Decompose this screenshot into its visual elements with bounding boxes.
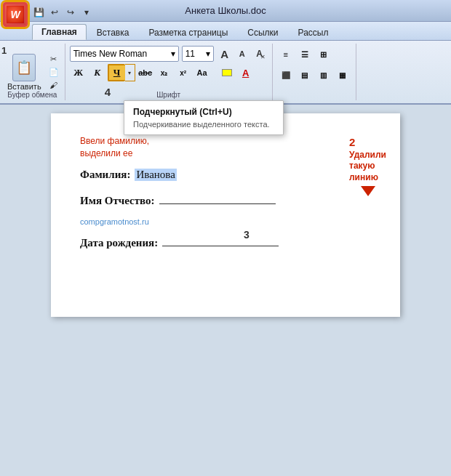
tab-links[interactable]: Ссылки	[238, 25, 287, 40]
font-row2: Ж К Ч ▾ abc x₂ x² Аа A	[70, 64, 268, 81]
font-name-select[interactable]: Times New Roman ▾	[70, 46, 179, 62]
field-dob-line	[162, 233, 279, 246]
shrink-font-button[interactable]: A	[234, 46, 250, 62]
strikethrough-button[interactable]: abc	[137, 64, 154, 81]
font-actions: A A A✕	[217, 46, 268, 62]
tooltip-title: Подчеркнутый (Ctrl+U)	[133, 107, 274, 117]
format-painter-button[interactable]: 🖌	[47, 79, 60, 91]
clipboard-group: 📋 Вставить ✂ 📄 🖌 Буфер обмена	[0, 44, 65, 100]
field-familiya-label: Фамилия:	[80, 169, 130, 181]
save-button[interactable]: 💾	[32, 6, 45, 19]
step4-label: 4	[105, 86, 111, 98]
side-note-line3: линию	[349, 172, 378, 182]
align-right-button[interactable]: ▥	[315, 66, 332, 84]
quick-access-dropdown[interactable]: ▾	[80, 6, 93, 19]
font-label: Шрифт	[65, 91, 272, 99]
multilevel-button[interactable]: ⊞	[315, 46, 332, 63]
field-imya-row: Имя Отчество:	[80, 191, 371, 207]
intro-line2: выделили ее	[80, 148, 371, 160]
document-title: Анкета Школы.doc	[185, 5, 266, 16]
field-dob-row: Дата рождения:	[80, 233, 371, 249]
step1-label: 1	[1, 45, 7, 56]
intro-text: Ввели фамилию, выделили ее 3	[80, 135, 371, 160]
tab-main[interactable]: Главная	[32, 24, 87, 40]
bold-button[interactable]: Ж	[70, 64, 87, 81]
subscript-button[interactable]: x₂	[156, 64, 173, 81]
change-case-button[interactable]: Аа	[193, 64, 211, 81]
font-row1: Times New Roman ▾ 11 ▾ A A A✕	[70, 46, 268, 62]
superscript-button[interactable]: x²	[175, 64, 192, 81]
font-color-button[interactable]: A	[237, 64, 255, 81]
step3-label: 3	[244, 228, 250, 243]
clipboard-label: Буфер обмена	[0, 91, 65, 99]
ribbon-tabs: Главная Вставка Разметка страницы Ссылки…	[0, 22, 451, 41]
underline-dropdown-button[interactable]: ▾	[125, 64, 135, 81]
italic-button[interactable]: К	[89, 64, 106, 81]
underline-tooltip: Подчеркнутый (Ctrl+U) Подчеркивание выде…	[124, 100, 284, 135]
bullets-button[interactable]: ≡	[277, 46, 295, 63]
underline-button[interactable]: Ч	[108, 64, 125, 81]
field-fio-row: Фамилия: Иванова	[80, 169, 371, 181]
intro-line1: Ввели фамилию,	[80, 135, 371, 148]
align-left-button[interactable]: ⬛	[277, 66, 295, 84]
side-note-line2: такую	[349, 161, 375, 171]
undo-button[interactable]: ↩	[48, 6, 61, 19]
highlight-button[interactable]	[218, 64, 236, 81]
clear-format-button[interactable]: A✕	[252, 46, 268, 62]
field-familiya-value: Иванова	[135, 169, 176, 181]
field-dob-label: Дата рождения:	[80, 237, 158, 249]
font-size-select[interactable]: 11 ▾	[182, 46, 214, 62]
redo-button[interactable]: ↪	[64, 6, 77, 19]
arrow-down-icon	[361, 186, 375, 196]
step2-label: 2	[349, 136, 355, 148]
tab-layout[interactable]: Разметка страницы	[139, 25, 237, 40]
justify-button[interactable]: ▦	[334, 66, 351, 84]
quick-access-toolbar: 💾 ↩ ↪ ▾	[32, 6, 93, 19]
tab-insert[interactable]: Вставка	[87, 25, 139, 40]
field-imya-label: Имя Отчество:	[80, 195, 155, 207]
title-bar: W 💾 ↩ ↪ ▾ Анкета Школы.doc	[0, 0, 451, 22]
paragraph-group: ≡ ☰ ⊞ ⬛ ▤ ▥ ▦	[273, 44, 356, 100]
paste-button[interactable]: 📋 Вставить	[4, 52, 44, 92]
ribbon: 1 📋 Вставить ✂ 📄 🖌 Буфер обмена Times Ne…	[0, 41, 451, 105]
tooltip-description: Подчеркивание выделенного текста.	[133, 120, 274, 129]
font-group: Times New Roman ▾ 11 ▾ A A A✕ Ж К Ч ▾ ab…	[65, 44, 273, 100]
document-page: 2 Удалили такую линию Ввели фамилию, выд…	[51, 113, 400, 317]
office-button[interactable]: W	[3, 2, 28, 27]
document-area: 2 Удалили такую линию Ввели фамилию, выд…	[0, 105, 451, 476]
site-url: compgramotnost.ru	[80, 217, 371, 226]
field-imya-line	[159, 191, 276, 204]
align-center-button[interactable]: ▤	[296, 66, 314, 84]
copy-button[interactable]: 📄	[47, 66, 60, 78]
grow-font-button[interactable]: A	[217, 46, 233, 62]
tab-mailing[interactable]: Рассыл	[289, 25, 338, 40]
cut-button[interactable]: ✂	[47, 53, 60, 65]
office-logo: W	[7, 7, 23, 23]
paste-label: Вставить	[7, 82, 41, 91]
numbering-button[interactable]: ☰	[296, 46, 314, 63]
paste-icon: 📋	[12, 54, 36, 81]
side-note-line1: Удалили	[349, 150, 386, 160]
